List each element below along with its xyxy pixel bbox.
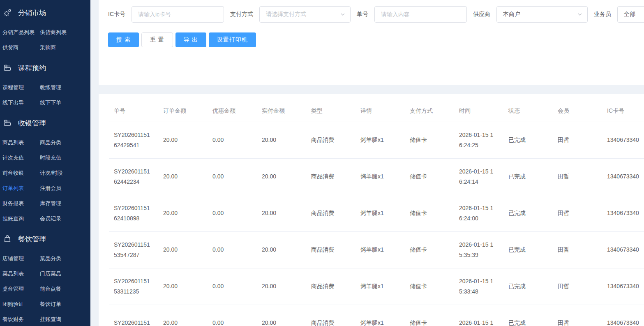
- table-cell: 商品消费: [306, 195, 355, 231]
- sidebar-item[interactable]: 教练管理: [40, 80, 90, 95]
- filter-panel: IC卡号 支付方式 请选择支付方式 单号 供应商 本商户: [99, 0, 644, 85]
- table-cell: SY202601151: [109, 305, 158, 326]
- table-cell: 田哲: [553, 122, 602, 158]
- chevron-down-icon: [340, 12, 345, 17]
- sidebar: 分销市场分销产品列表供货商列表供货商采购商课程预约课程管理教练管理线下出导线下下…: [0, 0, 90, 326]
- sidebar-item[interactable]: 菜品分类: [40, 251, 90, 266]
- sidebar-item[interactable]: 商品分类: [40, 135, 90, 150]
- orders-table-panel: 单号订单金额优惠金额实付金额类型详情支付方式时间状态会员IC卡号 SY20260…: [99, 94, 644, 326]
- sidebar-section-title[interactable]: 收银管理: [0, 115, 90, 131]
- sidebar-item[interactable]: 桌台管理: [2, 281, 40, 296]
- table-cell: 0.00: [208, 158, 257, 195]
- search-button[interactable]: 搜 索: [108, 32, 139, 47]
- table-cell: 烤羊腿x1: [355, 122, 405, 158]
- table-cell: 田哲: [553, 158, 602, 195]
- sidebar-item[interactable]: 菜品列表: [2, 266, 40, 281]
- reset-button[interactable]: 重 置: [141, 32, 173, 47]
- table-cell: 20.00: [257, 195, 306, 231]
- order-no-input[interactable]: [374, 6, 467, 23]
- sidebar-item[interactable]: 前台收银: [2, 165, 40, 180]
- table-cell: 烤羊腿x1: [355, 268, 405, 305]
- sidebar-section-title[interactable]: 餐饮管理: [0, 231, 90, 247]
- sidebar-item[interactable]: 挂账查询: [40, 312, 90, 326]
- sidebar-section-title[interactable]: 课程预约: [0, 60, 90, 76]
- sidebar-item[interactable]: 前台点餐: [40, 281, 90, 296]
- table-cell: 已完成: [503, 122, 553, 158]
- sidebar-item[interactable]: 会员记录: [40, 211, 90, 226]
- sidebar-item[interactable]: 餐饮订单: [40, 296, 90, 312]
- sidebar-item[interactable]: 课程管理: [2, 80, 40, 95]
- ic-card-label: IC卡号: [108, 11, 125, 18]
- salesman-label: 业务员: [594, 11, 611, 18]
- table-header-cell: 时间: [454, 100, 503, 122]
- table-header-cell: IC卡号: [602, 100, 644, 122]
- table-cell: 田哲: [553, 195, 602, 231]
- table-cell: 已完成: [503, 305, 553, 326]
- sidebar-item[interactable]: 分销产品列表: [2, 25, 40, 40]
- sidebar-section: 课程预约课程管理教练管理线下出导线下下单: [0, 60, 90, 110]
- filter-supplier: 供应商 本商户: [473, 6, 588, 23]
- sidebar-item[interactable]: 线下下单: [40, 95, 90, 110]
- table-cell: 20.00: [257, 268, 306, 305]
- sidebar-item[interactable]: 店铺管理: [2, 251, 40, 266]
- export-button[interactable]: 导 出: [175, 32, 206, 47]
- table-header-cell: 类型: [306, 100, 355, 122]
- table-cell: 商品消费: [306, 268, 355, 305]
- table-cell: 20.00: [158, 195, 208, 231]
- table-row: SY2026011515354728720.000.0020.00商品消费烤羊腿…: [109, 231, 644, 268]
- pay-method-label: 支付方式: [230, 11, 253, 18]
- sidebar-item[interactable]: 库存管理: [40, 196, 90, 211]
- printer-settings-button[interactable]: 设置打印机: [209, 32, 256, 47]
- chevron-down-icon: [577, 12, 582, 17]
- table-cell: 20.00: [158, 158, 208, 195]
- sidebar-item[interactable]: 供货商列表: [40, 25, 90, 40]
- table-cell: 田哲: [553, 268, 602, 305]
- sidebar-item[interactable]: 采购商: [40, 40, 90, 55]
- pay-method-select[interactable]: 请选择支付方式: [259, 6, 351, 23]
- sidebar-item[interactable]: 供货商: [2, 40, 40, 55]
- table-cell: 20.00: [257, 231, 306, 268]
- table-cell: 20.00: [257, 158, 306, 195]
- table-cell: SY20260115162442234: [109, 158, 158, 195]
- table-row: SY2026011516241089820.000.0020.00商品消费烤羊腿…: [109, 195, 644, 231]
- table-cell: 烤羊腿x1: [355, 158, 405, 195]
- sidebar-item[interactable]: 门店菜品: [40, 266, 90, 281]
- sidebar-item[interactable]: 团购验证: [2, 296, 40, 312]
- table-cell: 0.00: [208, 268, 257, 305]
- ic-card-input[interactable]: [132, 6, 224, 23]
- sidebar-item[interactable]: 计次/时段: [40, 165, 90, 180]
- filter-salesman: 业务员 全部: [594, 6, 644, 23]
- sidebar-item[interactable]: 餐饮财务: [2, 312, 40, 326]
- sidebar-item[interactable]: 时段充值: [40, 150, 90, 165]
- table-cell: 烤羊腿x1: [355, 231, 405, 268]
- table-cell: 已完成: [503, 268, 553, 305]
- sidebar-section-title[interactable]: 分销市场: [0, 5, 90, 21]
- table-cell: 2026-01-15 15:33:48: [454, 268, 503, 305]
- sidebar-section-label: 收银管理: [18, 118, 46, 128]
- sidebar-item[interactable]: 财务报表: [2, 196, 40, 211]
- table-cell: 20.00: [158, 305, 208, 326]
- table-header-row: 单号订单金额优惠金额实付金额类型详情支付方式时间状态会员IC卡号: [109, 100, 644, 122]
- supplier-select-value: 本商户: [503, 11, 520, 18]
- sidebar-item[interactable]: 注册会员: [40, 180, 90, 196]
- supplier-select[interactable]: 本商户: [496, 6, 588, 23]
- table-cell: 储值卡: [405, 122, 454, 158]
- salesman-select[interactable]: 全部: [617, 6, 644, 23]
- sidebar-item[interactable]: 挂账查询: [2, 211, 40, 226]
- sidebar-item[interactable]: 线下出导: [2, 95, 40, 110]
- table-cell: 商品消费: [306, 122, 355, 158]
- table-cell: 20.00: [257, 305, 306, 326]
- table-cell: 0.00: [208, 305, 257, 326]
- pay-method-select-value: 请选择支付方式: [266, 11, 306, 18]
- table-header-cell: 实付金额: [257, 100, 306, 122]
- table-header-cell: 详情: [355, 100, 405, 122]
- table-cell: 20.00: [158, 268, 208, 305]
- main-content: IC卡号 支付方式 请选择支付方式 单号 供应商 本商户: [99, 0, 644, 326]
- table-cell: 已完成: [503, 195, 553, 231]
- sidebar-item[interactable]: 商品列表: [2, 135, 40, 150]
- sidebar-item[interactable]: 订单列表: [2, 180, 40, 196]
- table-cell: 0.00: [208, 195, 257, 231]
- table-cell: 田哲: [553, 305, 602, 326]
- table-row: SY2026011516244223420.000.0020.00商品消费烤羊腿…: [109, 158, 644, 195]
- sidebar-item[interactable]: 计次充值: [2, 150, 40, 165]
